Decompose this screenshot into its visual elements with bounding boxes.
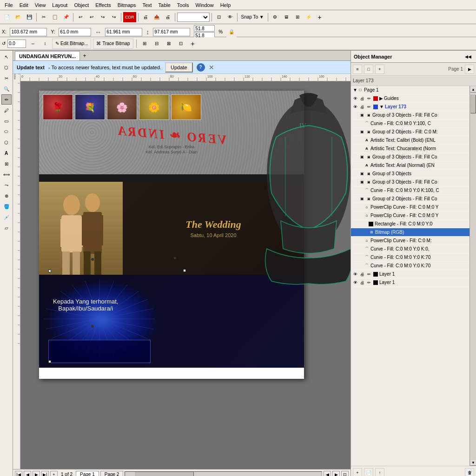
handle-tl[interactable]	[48, 270, 51, 272]
arttext-2[interactable]: A Artistic Text: Chucaratext (Norm	[351, 145, 469, 153]
curve-5[interactable]: ⌒ Curve - Fill: C:0 M:0 Y:0 K:70	[351, 262, 469, 270]
trace-bitmap-button[interactable]: ⌘ Trace Bitmap	[93, 39, 133, 49]
last-page-button[interactable]: ▶|	[41, 471, 49, 476]
angle1-input[interactable]	[194, 25, 215, 32]
zoom-tool[interactable]: 🔍	[1, 84, 12, 94]
scroll-left[interactable]: ◀	[324, 471, 331, 476]
scroll-down-button[interactable]: ▼	[470, 459, 476, 466]
grp2-fill[interactable]: ▣ ▣ Group of 2 Objects - Fill: C:0 M:	[351, 128, 469, 136]
scroll-right[interactable]: ▶	[332, 471, 340, 476]
grp2-fill2[interactable]: ▣ ▣ Group of 2 Objects - Fill: Fill Co	[351, 195, 469, 203]
open-button[interactable]: 📂	[13, 12, 23, 22]
curve-3[interactable]: ⌒ Curve - Fill: C:0 M:0 Y:0 K:0,	[351, 245, 469, 253]
eyedropper-tool[interactable]: 💉	[1, 212, 12, 222]
blend-tool[interactable]: ⊕	[1, 191, 12, 201]
crop-tool[interactable]: ✂	[1, 73, 12, 83]
layer1a-edit[interactable]: ✏	[366, 271, 372, 278]
table-tool[interactable]: ⊞	[1, 159, 12, 169]
page2-tab[interactable]: Page 2	[100, 471, 124, 476]
arttext-3[interactable]: A Artistic Text: Arial (Normal) (EN	[351, 161, 469, 170]
undo2-button[interactable]: ↩	[86, 12, 97, 22]
menu-item-file[interactable]: File	[2, 1, 16, 9]
update-button[interactable]: Update	[165, 62, 192, 73]
page1-tab[interactable]: Page 1	[76, 471, 99, 476]
selection-tool[interactable]: ↖	[1, 52, 12, 62]
layer173-edit-icon[interactable]: ✏	[366, 104, 372, 110]
scrollbar-thumb-h[interactable]	[135, 472, 194, 476]
layer-tree[interactable]: ▼ □ Page 1 👁 🖨 ✏ ▶ Guides	[351, 86, 476, 466]
layer1b[interactable]: 👁 🖨 ✏ Layer 1	[351, 278, 469, 287]
polygon-tool[interactable]: ⬡	[1, 137, 12, 147]
guides-lock-icon[interactable]: 🖨	[359, 95, 365, 102]
view-button[interactable]: 👁	[225, 12, 235, 22]
pwrclip-1[interactable]: ⌂ PowerClip Curve - Fill: C:0 M:0 Y	[351, 203, 469, 212]
fit-page-button[interactable]: ⊡	[214, 12, 224, 22]
display-button[interactable]: 🖥	[281, 12, 291, 22]
menu-item-help[interactable]: Help	[218, 1, 234, 9]
bmp-opt1[interactable]: ⊞	[139, 39, 150, 49]
pwrclip-3[interactable]: ⌂ PowerClip Curve - Fill: C:0 M:	[351, 237, 469, 245]
menu-item-edit[interactable]: Edit	[17, 1, 31, 9]
scroll-up-button[interactable]: ▲	[470, 86, 476, 93]
zoom-select[interactable]: 75%	[177, 13, 210, 22]
prev-page-button[interactable]: ◀	[24, 471, 31, 476]
cut-button[interactable]: ✂	[39, 12, 49, 22]
rectangle-tool[interactable]: ▭	[1, 116, 12, 126]
page-expand-button[interactable]: ▶	[465, 65, 474, 74]
layer1a[interactable]: 👁 🖨 ✏ Layer 1	[351, 270, 469, 278]
new-layer-button[interactable]: +	[353, 468, 362, 476]
connector-tool[interactable]: ⤳	[1, 180, 12, 190]
dimension-tool[interactable]: ⟺	[1, 169, 12, 179]
layer173-lock-icon[interactable]: 🖨	[359, 104, 365, 110]
edit-bitmap-button[interactable]: ✎ Edit Bitmap...	[52, 39, 91, 49]
layer-page1[interactable]: ▼ □ Page 1	[351, 86, 469, 94]
export-button[interactable]: 📤	[152, 12, 162, 22]
copy-button[interactable]: 📋	[50, 12, 60, 22]
menu-item-view[interactable]: View	[32, 1, 49, 9]
layer1a-vis[interactable]: 👁	[352, 271, 358, 278]
x-input[interactable]: 103.672 mm	[10, 28, 47, 36]
layer1b-print[interactable]: 🖨	[359, 279, 365, 286]
update-help-icon[interactable]: ?	[197, 63, 205, 72]
flip-v-button[interactable]: ↕	[40, 39, 50, 49]
layer1a-print[interactable]: 🖨	[359, 271, 365, 278]
add-page-button[interactable]: +	[50, 471, 58, 476]
menu-item-object[interactable]: Object	[71, 1, 92, 9]
bmp-plus[interactable]: +	[188, 39, 198, 49]
grp3-fillc[interactable]: ▣ ▣ Group of 3 Objects - Fill: Fill Co	[351, 178, 469, 186]
print-button[interactable]: 🖨	[163, 12, 173, 22]
zoom-fit[interactable]: ⊡	[341, 471, 349, 476]
redo-button[interactable]: ↪	[98, 12, 108, 22]
rotation-input[interactable]	[7, 40, 26, 48]
next-page-button[interactable]: ▶	[33, 471, 40, 476]
ellipse-tool[interactable]: ⬭	[1, 126, 12, 137]
layer-guides[interactable]: 👁 🖨 ✏ ▶ Guides	[351, 94, 469, 103]
curve-2[interactable]: ⌒ Curve - Fill: C:0 M:0 Y:0 K:100, C	[351, 186, 469, 195]
options-button[interactable]: ⚙	[270, 12, 280, 22]
new-tab-button[interactable]: +	[80, 51, 89, 60]
layer1b-edit[interactable]: ✏	[366, 279, 372, 286]
pwrclip-2[interactable]: ⌂ PowerClip Curve - Fill: C:0 M:0 Y	[351, 212, 469, 220]
menu-item-table[interactable]: Table	[156, 1, 173, 9]
freehand-tool[interactable]: ✏	[1, 94, 12, 105]
bmp-opt4[interactable]: ⊡	[176, 39, 186, 49]
bmp-opt2[interactable]: ⊟	[152, 39, 162, 49]
extra-button[interactable]: ⚡	[304, 12, 314, 22]
curve-1[interactable]: ⌒ Curve - Fill: C:0 M:0 Y:100, C	[351, 119, 469, 128]
menu-item-tools[interactable]: Tools	[174, 1, 192, 9]
grp3-fill1[interactable]: ▣ ▣ Group of 3 Objects - Fill: Fill Co	[351, 111, 469, 119]
obj-layer-view[interactable]: ≡	[353, 65, 362, 74]
menu-item-layout[interactable]: Layout	[49, 1, 70, 9]
snap-to-button[interactable]: Snap To ▼	[239, 12, 266, 22]
redo2-button[interactable]: ↪	[109, 12, 119, 22]
layer-tree-scrollbar[interactable]: ▲ ▼	[469, 86, 476, 466]
handle-tm[interactable]	[183, 269, 186, 272]
outline-tool[interactable]: ▱	[1, 223, 12, 233]
node-tool[interactable]: ⬡	[1, 62, 12, 73]
grp3-obj[interactable]: ▣ ▣ Group of 3 Objects	[351, 170, 469, 178]
layer1b-vis[interactable]: 👁	[352, 279, 358, 286]
add-btn[interactable]: +	[315, 12, 325, 22]
curve-4[interactable]: ⌒ Curve - Fill: C:0 M:0 Y:0 K:70	[351, 253, 469, 262]
guides-vis-icon[interactable]: 👁	[352, 95, 358, 102]
scrollbar-h[interactable]	[125, 471, 322, 476]
